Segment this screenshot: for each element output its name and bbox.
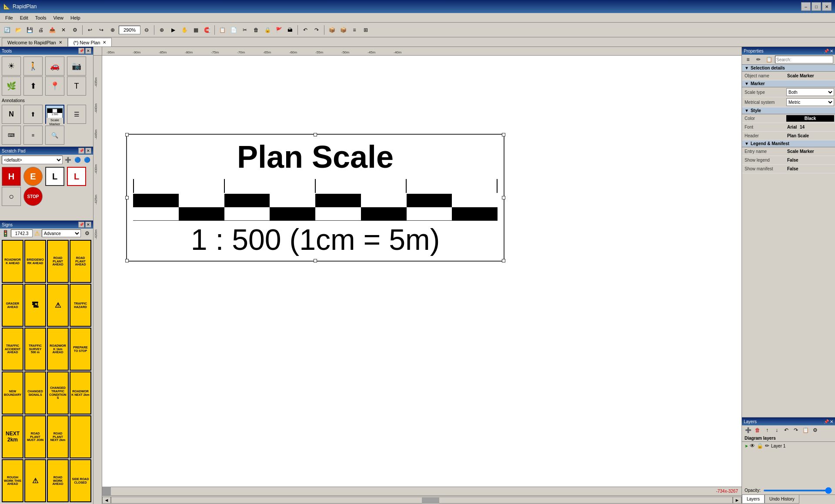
tool-vehicle[interactable]: 🚗 <box>45 56 64 76</box>
sign-rough-work-ahead[interactable]: ROUGH WORK THIS AHEAD <box>2 459 23 502</box>
menu-edit[interactable]: Edit <box>17 14 32 21</box>
scratch-item-stop[interactable]: STOP <box>23 187 43 206</box>
sign-roadwork-ahead[interactable]: ROADWORK AHEAD <box>2 240 23 283</box>
hscroll-right[interactable]: ► <box>733 497 741 504</box>
tab-new-plan-close[interactable]: ✕ <box>103 40 106 45</box>
metrical-system-dropdown[interactable]: Metric Imperial <box>786 98 834 106</box>
layer-copy-btn[interactable]: 📋 <box>801 426 810 434</box>
ann-north[interactable]: N <box>2 105 21 124</box>
handle-bottom-right[interactable] <box>502 259 505 262</box>
tool-camera[interactable]: 📷 <box>67 56 86 76</box>
props-toolbar-btn2[interactable]: ✏ <box>754 56 763 63</box>
hscroll-left[interactable]: ◄ <box>102 497 111 504</box>
toolbar-flag[interactable]: 🚩 <box>274 25 284 35</box>
tab-welcome-close[interactable]: ✕ <box>59 40 62 45</box>
scratch-select[interactable]: <default> <box>2 156 63 164</box>
style-header[interactable]: ▼ Style <box>742 107 835 114</box>
tool-select[interactable]: ☀ <box>2 56 21 76</box>
ann-list[interactable]: ≡ <box>23 126 43 145</box>
toolbar-delete[interactable]: 🗑 <box>251 25 261 35</box>
legend-manifest-header[interactable]: ▼ Legend & Manifest <box>742 140 835 147</box>
layer-remove-btn[interactable]: 🗑 <box>753 426 762 434</box>
sign-changed-signals[interactable]: CHANGED SIGNALS <box>24 371 46 414</box>
toolbar-save[interactable]: 💾 <box>24 25 35 35</box>
tool-pedestrian[interactable]: 🚶 <box>23 56 43 76</box>
toolbar-paste[interactable]: 📄 <box>228 25 239 35</box>
opacity-slider[interactable] <box>763 490 832 491</box>
toolbar-group[interactable]: 📦 <box>327 25 337 35</box>
toolbar-select[interactable]: ⊕ <box>157 25 167 35</box>
toolbar-grid[interactable]: ▦ <box>190 25 201 35</box>
hscroll-thumb[interactable] <box>422 497 439 504</box>
minimize-button[interactable]: – <box>801 2 811 11</box>
toolbar-undo[interactable]: ↶ <box>300 25 311 35</box>
ann-table[interactable]: ☰ <box>67 105 86 124</box>
signs-pin-button[interactable]: 📌 <box>78 222 84 228</box>
sign-traffic-survey[interactable]: TRAFFIC SURVEY 500 m <box>24 328 46 371</box>
toolbar-snap[interactable]: 🧲 <box>202 25 212 35</box>
toolbar-new[interactable]: 🔄 <box>2 25 12 35</box>
tools-pin-button[interactable]: 📌 <box>78 48 84 54</box>
close-button[interactable]: ✕ <box>822 2 832 11</box>
canvas-content[interactable]: Plan Scale <box>102 56 741 495</box>
signs-settings-btn[interactable]: ⚙ <box>83 229 91 237</box>
menu-help[interactable]: Help <box>67 14 84 21</box>
sign-prepare-to-stop[interactable]: PREPARE TO STOP <box>70 328 91 371</box>
sign-road-plant-ahead-1[interactable]: ROAD PLANT AHEAD <box>47 240 69 283</box>
toolbar-pointer[interactable]: ▶ <box>168 25 178 35</box>
props-toolbar-btn3[interactable]: 📋 <box>765 56 773 63</box>
toolbar-lock[interactable]: 🔒 <box>262 25 273 35</box>
handle-top-left[interactable] <box>125 133 129 136</box>
hscroll-track[interactable] <box>111 497 733 504</box>
sign-changed-traffic[interactable]: CHANGED TRAFFIC CONDITIONS <box>47 371 69 414</box>
tab-undo-history[interactable]: Undo History <box>765 495 799 504</box>
scratch-item-e[interactable]: E <box>23 167 43 186</box>
scratch-add[interactable]: ➕ <box>63 156 72 164</box>
tool-marker[interactable]: 📍 <box>45 76 64 96</box>
toolbar-mountain[interactable]: 🏔 <box>285 25 295 35</box>
tool-grass[interactable]: 🌿 <box>2 76 21 96</box>
layer-1-row[interactable]: ➤ 👁 🔒 ✏ Layer 1 <box>742 442 835 450</box>
color-value[interactable]: Black <box>786 115 834 122</box>
scratch-item-l-red[interactable]: L <box>67 167 86 186</box>
sign-road-plant-ahead-2[interactable]: ROAD PLANT AHEAD <box>70 240 91 283</box>
toolbar-print[interactable]: 🖨 <box>36 25 46 35</box>
sign-grader-ahead[interactable]: GRADER AHEAD <box>2 284 23 327</box>
sign-hazard-symbol[interactable]: ⚠ <box>47 284 69 327</box>
canvas-area[interactable]: -95m -90m -85m -80m -75m -70m -65m -60m … <box>94 47 741 504</box>
maximize-button[interactable]: □ <box>812 2 821 11</box>
tab-layers[interactable]: Layers <box>742 495 765 504</box>
marker-header[interactable]: ▼ Marker <box>742 80 835 87</box>
toolbar-forward[interactable]: ↪ <box>96 25 107 35</box>
signs-number-input[interactable] <box>11 229 33 237</box>
sign-traffic-accident[interactable]: TRAFFIC ACCIDENT AHEAD <box>2 328 23 371</box>
scratch-nav1[interactable]: 🔵 <box>73 156 82 164</box>
sign-next-2km[interactable]: NEXT2km <box>2 415 23 458</box>
canvas-hscroll[interactable]: ◄ ► <box>102 495 741 504</box>
tab-welcome[interactable]: Welcome to RapidPlan ✕ <box>2 38 68 46</box>
ann-keyboard[interactable]: ⌨ <box>2 126 21 145</box>
toolbar-pan[interactable]: ✋ <box>179 25 190 35</box>
toolbar-export[interactable]: 📤 <box>47 25 57 35</box>
layer-down-btn[interactable]: ↓ <box>772 426 781 434</box>
menu-file[interactable]: File <box>2 14 17 21</box>
handle-bottom-center[interactable] <box>314 259 317 262</box>
selection-details-header[interactable]: ▼ Selection details <box>742 65 835 72</box>
sign-bridgework-ahead[interactable]: BRIDGEWORK AHEAD <box>24 240 46 283</box>
sign-traffic-hazard[interactable]: TRAFFIC HAZARD <box>70 284 91 327</box>
toolbar-align[interactable]: ≡ <box>349 25 360 35</box>
layer-settings-btn[interactable]: ⚙ <box>811 426 819 434</box>
layer-redo-btn[interactable]: ↷ <box>792 426 800 434</box>
layer-undo-btn[interactable]: ↶ <box>782 426 791 434</box>
signs-category-select[interactable]: Advance <box>42 229 81 237</box>
toolbar-distribute[interactable]: ⊞ <box>361 25 371 35</box>
signs-close-button[interactable]: ✕ <box>85 222 91 228</box>
scratch-item-l-black[interactable]: L <box>45 167 64 186</box>
ann-arrow[interactable]: ⬆ <box>23 105 43 124</box>
handle-top-right[interactable] <box>502 133 505 136</box>
menu-tools[interactable]: Tools <box>32 14 50 21</box>
properties-pin-button[interactable]: 📌 <box>824 49 829 53</box>
layer-up-btn[interactable]: ↑ <box>763 426 772 434</box>
sign-road-work-ahead[interactable]: ROAD WORK AHEAD <box>47 459 69 502</box>
sign-side-road-closed[interactable]: SIDE ROAD CLOSED <box>70 459 91 502</box>
